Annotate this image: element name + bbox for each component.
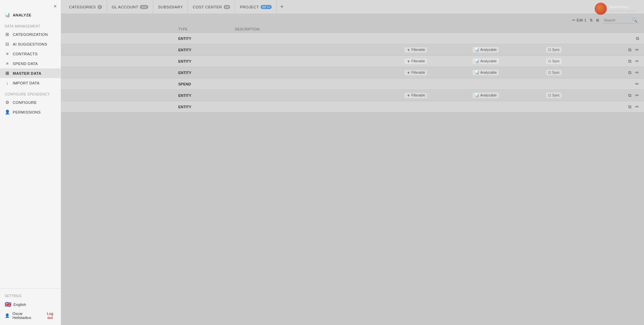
- contracts-icon: ≡: [5, 51, 10, 56]
- table-row: ENTITY ▼ Filterable 📊 Analyzable: [61, 67, 644, 78]
- configure-icon: ⚙: [5, 100, 10, 105]
- logo-circle: [595, 3, 607, 15]
- edit-row-button[interactable]: ✏: [634, 92, 640, 99]
- external-link-button[interactable]: ⧉: [635, 35, 640, 42]
- edit-button[interactable]: ✏ Edit 1: [572, 18, 586, 22]
- sync-badge: ⊡ Sync: [546, 58, 561, 64]
- row-type: ENTITY: [174, 90, 231, 101]
- table-row: ENTITY ⧉: [61, 33, 644, 44]
- edit-icon: ✏: [572, 18, 575, 22]
- table-row: ENTITY ▼ Filterable 📊 Analyzable: [61, 56, 644, 67]
- row-type: ENTITY: [174, 67, 231, 78]
- logout-button[interactable]: Log out: [44, 312, 56, 320]
- configure-spendency-label: Configure Spendency: [0, 88, 61, 97]
- row-type: ENTITY: [174, 56, 231, 67]
- sidebar-item-master-data[interactable]: ⊞ MASTER DATA: [0, 68, 61, 78]
- row-type: ENTITY: [174, 101, 231, 113]
- sidebar-item-analyze[interactable]: 📊 ANALYZE: [0, 10, 61, 20]
- user-name: Oscar Hellstadius: [12, 312, 40, 320]
- edit-row-button[interactable]: ✏: [634, 81, 640, 87]
- external-link-button[interactable]: ⧉: [627, 92, 632, 99]
- sidebar-bottom: Settings 🇬🇧 English 👤 Oscar Hellstadius …: [0, 288, 61, 325]
- tabs-bar: CATEGORIES 2 GL ACCOUNT 101 SUBSIDIARY C…: [61, 0, 644, 14]
- sync-badge-icon: ⊡: [548, 48, 551, 52]
- analyzable-badge: 📊 Analyzable: [473, 58, 499, 64]
- tab-categories[interactable]: CATEGORIES 2: [64, 0, 107, 14]
- sidebar-item-contracts[interactable]: ≡ CONTRACTS: [0, 49, 61, 59]
- row-actions: ⧉ ✏: [603, 47, 640, 53]
- close-button[interactable]: ×: [54, 3, 57, 9]
- user-icon: 👤: [5, 313, 10, 318]
- logo-text: Spendency by Drooms Company: [609, 5, 637, 13]
- permissions-icon: 👤: [5, 110, 10, 115]
- sidebar-item-spend-data[interactable]: ≡ SPEND DATA: [0, 59, 61, 68]
- import-data-icon: ↓: [5, 80, 10, 85]
- external-link-button[interactable]: ⧉: [627, 58, 632, 65]
- sidebar: × 📊 ANALYZE Data management ⊞ CATEGORIZA…: [0, 0, 61, 325]
- external-link-button[interactable]: ⧉: [627, 69, 632, 76]
- sidebar-item-ai-suggestions[interactable]: ⊟ AI SUGGESTIONS: [0, 39, 61, 49]
- main-content: Spendency by Drooms Company CATEGORIES 2…: [61, 0, 644, 325]
- sidebar-item-categorization[interactable]: ⊞ CATEGORIZATION: [0, 29, 61, 39]
- table-row: SPEND ✏: [61, 78, 644, 90]
- table-body: ENTITY ⧉ ENTITY: [61, 33, 644, 113]
- logo: Spendency by Drooms Company: [595, 3, 637, 15]
- row-actions: ⧉ ✏: [603, 92, 640, 99]
- data-table: TYPE DESCRIPTION ENTITY: [61, 26, 644, 113]
- ai-suggestions-icon: ⊟: [5, 42, 10, 47]
- data-management-label: Data management: [0, 20, 61, 29]
- edit-row-button[interactable]: ✏: [634, 58, 640, 64]
- filter-icon: ⊞: [596, 18, 599, 22]
- edit-row-button[interactable]: ✏: [634, 47, 640, 53]
- row-type: ENTITY: [174, 33, 231, 44]
- edit-row-button[interactable]: ✏: [634, 104, 640, 110]
- toolbar: ✏ Edit 1 ⇅ ⊞ 🔍: [61, 14, 644, 26]
- table-row: ENTITY ▼ Filterable 📊 Analyzable: [61, 90, 644, 101]
- row-actions: ✏: [603, 81, 640, 87]
- row-actions: ⧉: [603, 35, 640, 42]
- external-link-button[interactable]: ⧉: [627, 104, 632, 110]
- edit-row-button[interactable]: ✏: [634, 69, 640, 76]
- col-name: [61, 26, 174, 33]
- search-icon: 🔍: [632, 17, 637, 22]
- table-container: TYPE DESCRIPTION ENTITY: [61, 26, 644, 322]
- col-type: TYPE: [174, 26, 231, 33]
- master-data-icon: ⊞: [5, 71, 10, 76]
- filter-button[interactable]: ⊞: [596, 18, 599, 22]
- col-filterable: [400, 26, 468, 33]
- filterable-badge: ▼ Filterable: [405, 47, 427, 53]
- sync-badge: ⊡ Sync: [546, 70, 561, 75]
- filterable-badge: ▼ Filterable: [405, 93, 427, 98]
- add-tab-button[interactable]: +: [277, 3, 287, 10]
- search-box[interactable]: 🔍: [602, 17, 639, 23]
- tab-project[interactable]: PROJECT BETA: [235, 0, 277, 14]
- filterable-badge: ▼ Filterable: [405, 59, 427, 64]
- row-actions: ⧉ ✏: [603, 58, 640, 65]
- search-input[interactable]: [604, 18, 631, 22]
- settings-label: Settings: [0, 292, 61, 299]
- filter-badge-icon: ▼: [407, 48, 410, 52]
- user-info: 👤 Oscar Hellstadius Log out: [0, 310, 61, 322]
- col-actions: [599, 26, 644, 33]
- language-selector[interactable]: 🇬🇧 English: [0, 299, 61, 310]
- row-type: SPEND: [174, 78, 231, 90]
- sidebar-item-configure[interactable]: ⚙ CONFIGURE: [0, 97, 61, 107]
- spend-data-icon: ≡: [5, 61, 10, 66]
- table-row: ENTITY ▼ Filterable 📊 Analyzable: [61, 44, 644, 56]
- sidebar-item-permissions[interactable]: 👤 PERMISSIONS: [0, 107, 61, 117]
- sidebar-item-import-data[interactable]: ↓ IMPORT DATA: [0, 78, 61, 88]
- tab-subsidiary[interactable]: SUBSIDIARY: [153, 0, 188, 14]
- table-header: TYPE DESCRIPTION: [61, 26, 644, 33]
- col-description: DESCRIPTION: [231, 26, 400, 33]
- sync-badge: ⊡ Sync: [546, 47, 561, 53]
- analyze-badge-icon: 📊: [475, 48, 479, 52]
- external-link-button[interactable]: ⧉: [627, 47, 632, 53]
- flag-icon: 🇬🇧: [5, 301, 11, 308]
- analyze-icon: 📊: [5, 12, 10, 17]
- row-type: ENTITY: [174, 44, 231, 56]
- tab-gl-account[interactable]: GL ACCOUNT 101: [107, 0, 153, 14]
- tab-cost-center[interactable]: COST CENTER 48: [188, 0, 235, 14]
- row-actions: ⧉ ✏: [603, 104, 640, 110]
- sync-badge: ⊡ Sync: [546, 92, 561, 98]
- sort-button[interactable]: ⇅: [590, 18, 593, 22]
